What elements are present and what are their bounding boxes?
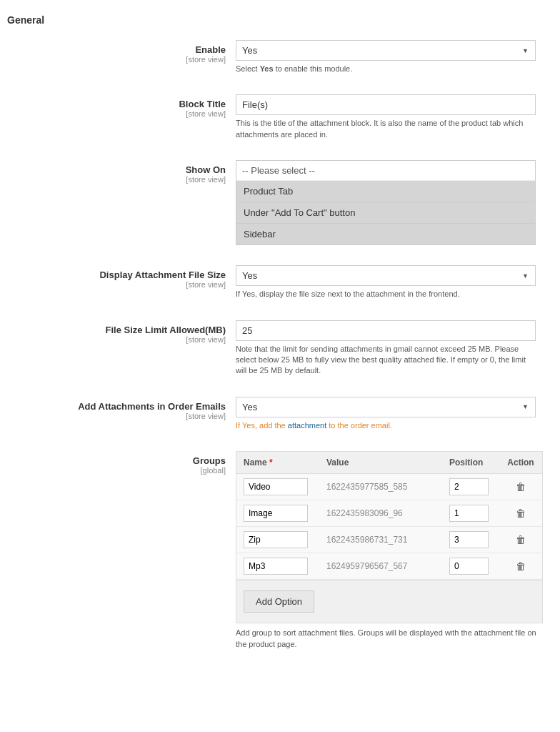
groups-field-col: Name * Value Position Action 16224359775… — [236, 451, 553, 650]
add-attachments-row: Add Attachments in Order Emails [store v… — [7, 397, 553, 438]
enable-field-col: Yes No Select Yes to enable this module. — [236, 40, 553, 74]
file-size-limit-field-col: Note that the limit for sending attachme… — [236, 320, 553, 377]
add-option-button[interactable]: Add Option — [244, 590, 314, 613]
row-3-action: 🗑 — [506, 534, 535, 545]
row-4-name-col — [244, 558, 322, 575]
table-row: 1624959796567_567 🗑 — [236, 553, 542, 580]
row-4-position-input[interactable] — [449, 558, 489, 575]
row-3-name-input[interactable] — [244, 531, 308, 548]
add-attachments-label: Add Attachments in Order Emails — [7, 401, 226, 412]
table-row: 1622435983096_96 🗑 — [236, 500, 542, 527]
row-2-position-col — [449, 505, 506, 522]
groups-row: Groups [global] Name * Value Position Ac… — [7, 451, 553, 657]
add-attachments-label-col: Add Attachments in Order Emails [store v… — [7, 397, 236, 420]
display-file-size-field-col: Yes No If Yes, display the file size nex… — [236, 265, 553, 300]
show-on-label: Show On — [7, 164, 226, 175]
row-1-name-col — [244, 478, 322, 495]
row-2-delete-icon[interactable]: 🗑 — [516, 508, 526, 519]
enable-label-col: Enable [store view] — [7, 40, 236, 64]
row-4-position-col — [449, 558, 506, 575]
row-4-name-input[interactable] — [244, 558, 308, 575]
row-1-name-input[interactable] — [244, 478, 308, 495]
display-file-size-hint: If Yes, display the file size next to th… — [236, 289, 536, 300]
groups-label-col: Groups [global] — [7, 451, 236, 475]
display-file-size-sub-label: [store view] — [7, 280, 226, 289]
add-attachments-select-wrapper: Yes No — [236, 397, 536, 417]
row-1-delete-icon[interactable]: 🗑 — [516, 481, 526, 493]
block-title-field-col: This is the title of the attachment bloc… — [236, 94, 553, 140]
groups-col-action-header: Action — [506, 458, 535, 468]
row-4-action: 🗑 — [506, 560, 535, 572]
groups-hint: Add group to sort attachment files. Grou… — [236, 628, 543, 650]
groups-label: Groups — [7, 455, 226, 466]
show-on-option-product-tab[interactable]: Product Tab — [236, 181, 535, 202]
show-on-multiselect: -- Please select -- Product Tab Under "A… — [236, 160, 536, 245]
enable-label: Enable — [7, 44, 226, 55]
add-attachments-select[interactable]: Yes No — [236, 397, 536, 417]
block-title-hint: This is the title of the attachment bloc… — [236, 118, 536, 140]
row-4-delete-icon[interactable]: 🗑 — [516, 560, 526, 572]
row-1-position-input[interactable] — [449, 478, 489, 495]
display-file-size-select[interactable]: Yes No — [236, 265, 536, 286]
block-title-input[interactable] — [236, 94, 536, 115]
groups-col-position-header: Position — [449, 458, 506, 468]
table-row: 1622435977585_585 🗑 — [236, 474, 542, 500]
page-title: General — [7, 14, 553, 26]
file-size-limit-sub-label: [store view] — [7, 335, 226, 344]
file-size-limit-label: File Size Limit Allowed(MB) — [7, 325, 226, 335]
groups-table-header: Name * Value Position Action — [236, 452, 542, 474]
enable-hint: Select Yes to enable this module. — [236, 64, 536, 74]
file-size-limit-label-col: File Size Limit Allowed(MB) [store view] — [7, 320, 236, 344]
show-on-field-col: -- Please select -- Product Tab Under "A… — [236, 160, 553, 245]
row-1-position-col — [449, 478, 506, 495]
general-form: Enable [store view] Yes No Select Yes to… — [7, 40, 553, 657]
block-title-label: Block Title — [7, 99, 226, 109]
row-1-value: 1622435977585_585 — [322, 482, 449, 492]
add-attachments-sub-label: [store view] — [7, 412, 226, 420]
show-on-option-add-to-cart[interactable]: Under "Add To Cart" button — [236, 202, 535, 224]
row-3-position-col — [449, 531, 506, 548]
enable-select[interactable]: Yes No — [236, 40, 536, 61]
show-on-sub-label: [store view] — [7, 175, 226, 184]
row-4-value: 1624959796567_567 — [322, 561, 449, 571]
show-on-label-col: Show On [store view] — [7, 160, 236, 184]
row-3-name-col — [244, 531, 322, 548]
groups-table: Name * Value Position Action 16224359775… — [236, 451, 543, 623]
row-3-delete-icon[interactable]: 🗑 — [516, 534, 526, 545]
row-2-position-input[interactable] — [449, 505, 489, 522]
show-on-placeholder: -- Please select -- — [236, 161, 535, 181]
display-file-size-row: Display Attachment File Size [store view… — [7, 265, 553, 307]
show-on-option-sidebar[interactable]: Sidebar — [236, 224, 535, 244]
show-on-options: Product Tab Under "Add To Cart" button S… — [236, 181, 535, 244]
block-title-row: Block Title [store view] This is the tit… — [7, 94, 553, 147]
table-row: 1622435986731_731 🗑 — [236, 527, 542, 553]
file-size-limit-hint: Note that the limit for sending attachme… — [236, 344, 536, 377]
block-title-sub-label: [store view] — [7, 109, 226, 118]
row-3-value: 1622435986731_731 — [322, 535, 449, 545]
add-attachments-hint: If Yes, add the attachment to the order … — [236, 420, 536, 431]
display-file-size-select-wrapper: Yes No — [236, 265, 536, 286]
row-1-action: 🗑 — [506, 481, 535, 493]
enable-select-wrapper: Yes No — [236, 40, 536, 61]
row-2-name-col — [244, 505, 322, 522]
file-size-limit-row: File Size Limit Allowed(MB) [store view]… — [7, 320, 553, 384]
display-file-size-label: Display Attachment File Size — [7, 269, 226, 280]
show-on-row: Show On [store view] -- Please select --… — [7, 160, 553, 252]
groups-sub-label: [global] — [7, 466, 226, 475]
required-star: * — [269, 458, 273, 468]
block-title-label-col: Block Title [store view] — [7, 94, 236, 118]
groups-col-name-header: Name * — [244, 458, 322, 468]
row-2-value: 1622435983096_96 — [322, 508, 449, 518]
enable-row: Enable [store view] Yes No Select Yes to… — [7, 40, 553, 81]
row-2-name-input[interactable] — [244, 505, 308, 522]
enable-sub-label: [store view] — [7, 55, 226, 64]
page-container: General Enable [store view] Yes No Selec… — [7, 14, 553, 657]
file-size-limit-input[interactable] — [236, 320, 536, 341]
row-3-position-input[interactable] — [449, 531, 489, 548]
add-attachments-field-col: Yes No If Yes, add the attachment to the… — [236, 397, 553, 431]
row-2-action: 🗑 — [506, 508, 535, 519]
groups-col-value-header: Value — [322, 458, 449, 468]
display-file-size-label-col: Display Attachment File Size [store view… — [7, 265, 236, 289]
